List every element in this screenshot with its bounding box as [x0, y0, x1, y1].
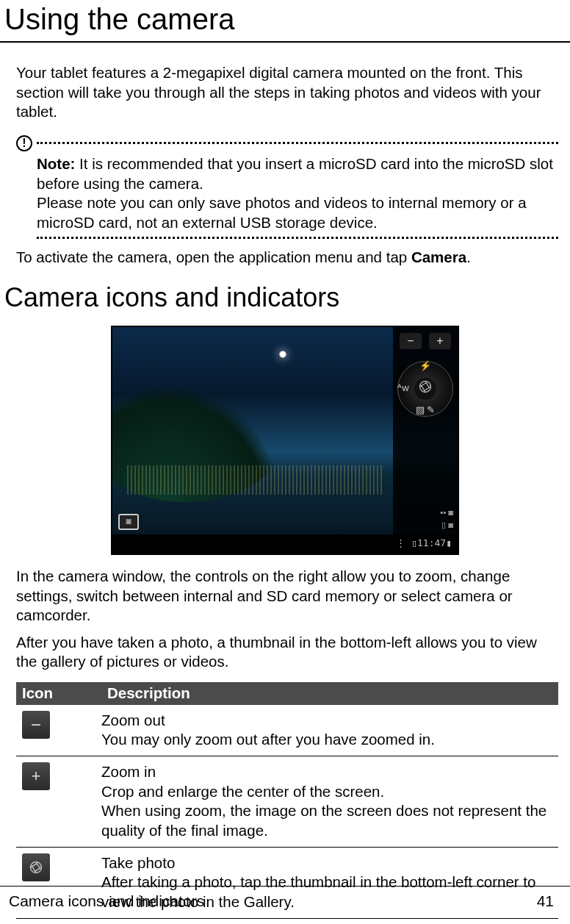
footer-page-number: 41 — [537, 891, 554, 911]
moon-decor — [278, 350, 287, 359]
paragraph-thumbnail: After you have taken a photo, a thumbnai… — [16, 633, 558, 672]
table-header-row: Icon Description — [16, 682, 558, 705]
white-balance-icon[interactable]: ᴬw — [397, 382, 410, 395]
gallery-thumbnail[interactable]: ◙ — [118, 514, 139, 530]
zoom-in-icon[interactable]: + — [429, 333, 451, 349]
table-row: + Zoom in Crop and enlarge the center of… — [16, 756, 558, 848]
page-footer: Camera icons and indicators 41 — [0, 886, 570, 911]
row-line: Crop and enlarge the center of the scree… — [101, 782, 552, 802]
flash-icon[interactable]: ⚡ — [419, 360, 432, 373]
header-icon: Icon — [16, 682, 101, 705]
row-title: Zoom out — [101, 711, 552, 731]
svg-point-0 — [420, 382, 431, 393]
note-label: Note: — [37, 155, 75, 172]
icon-table: Icon Description − Zoom out You may only… — [16, 682, 558, 918]
dash-divider-top — [37, 142, 558, 144]
system-status-bar: ⋮ ▯ 11:47 ▮ — [112, 534, 458, 554]
take-photo-icon — [22, 853, 50, 881]
status-battery: ▮ — [446, 537, 452, 550]
note-line-1: It is recommended that you insert a micr… — [37, 155, 553, 192]
shutter-button[interactable] — [414, 378, 436, 400]
zoom-out-icon[interactable]: − — [400, 333, 422, 349]
note-line-2: Please note you can only save photos and… — [37, 193, 558, 232]
zoom-in-icon: + — [22, 762, 50, 790]
note-callout: ! Note: It is recommended that you inser… — [16, 135, 558, 240]
row-title: Zoom in — [101, 762, 552, 782]
settings-wheel[interactable]: ⚡ ᴬw ▨ ✎ — [397, 361, 453, 417]
city-lights-decor — [127, 465, 384, 495]
footer-section-name: Camera icons and indicators — [9, 891, 204, 911]
page-title: Using the camera — [0, 0, 570, 43]
status-time: 11:47 — [417, 537, 446, 550]
section-heading-camera-icons: Camera icons and indicators — [0, 281, 570, 315]
status-icons: ⋮ ▯ — [396, 537, 417, 550]
aperture-icon — [418, 379, 433, 398]
header-description: Description — [101, 682, 558, 705]
table-row: − Zoom out You may only zoom out after y… — [16, 705, 558, 756]
paragraph-controls: In the camera window, the controls on th… — [16, 567, 558, 626]
settings-icon[interactable]: ✎ — [424, 404, 437, 418]
row-line: When using zoom, the image on the screen… — [101, 801, 552, 840]
activate-paragraph: To activate the camera, open the applica… — [16, 248, 558, 268]
intro-paragraph: Your tablet features a 2-megapixel digit… — [16, 63, 558, 122]
mode-indicators: ▪• ◙ ▯ ◙ — [441, 507, 453, 530]
zoom-out-icon: − — [22, 711, 50, 739]
alert-icon: ! — [16, 135, 32, 151]
dash-divider-bottom — [37, 237, 558, 239]
camera-app-name: Camera — [411, 248, 466, 265]
row-title: Take photo — [101, 853, 552, 873]
camera-app-screenshot: − + ⚡ ᴬw ▨ ✎ ◙ ▪• ◙ ▯ ◙ ⋮ ▯ 11:47 — [111, 326, 459, 555]
row-line: You may only zoom out after you have zoo… — [101, 730, 552, 750]
